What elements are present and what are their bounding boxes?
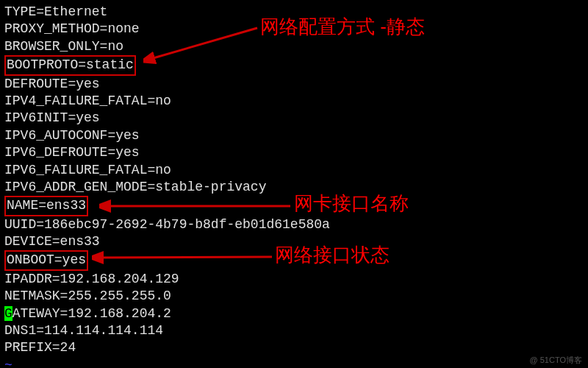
config-line-dns: DNS1=114.114.114.114 <box>4 322 584 339</box>
watermark: @ 51CTO博客 <box>530 355 582 365</box>
config-line-defroute: DEFROUTE=yes <box>4 76 584 93</box>
annotation-bootproto: 网络配置方式 -静态 <box>260 15 425 40</box>
config-line-ipv4fail: IPV4_FAILURE_FATAL=no <box>4 93 584 110</box>
config-line-ipv6fail: IPV6_FAILURE_FATAL=no <box>4 162 584 179</box>
config-line-ipv6auto: IPV6_AUTOCONF=yes <box>4 127 584 144</box>
config-line-ipv6defroute: IPV6_DEFROUTE=yes <box>4 144 584 161</box>
config-line-netmask: NETMASK=255.255.255.0 <box>4 288 584 305</box>
gateway-text: ATEWAY=192.168.204.2 <box>12 306 171 321</box>
onboot-highlighted: ONBOOT=yes <box>4 250 88 270</box>
annotation-name: 网卡接口名称 <box>294 191 409 216</box>
config-line-uuid: UUID=186ebc97-2692-4b79-b8df-eb01d61e580… <box>4 216 584 233</box>
arrow-to-bootproto <box>143 26 261 66</box>
arrow-to-name <box>99 195 294 217</box>
annotation-onboot: 网络接口状态 <box>275 243 390 268</box>
arrow-to-onboot <box>92 248 276 270</box>
name-highlighted: NAME=ens33 <box>4 196 88 216</box>
config-line-prefix: PREFIX=24 <box>4 339 584 356</box>
config-line-ipv6init: IPV6INIT=yes <box>4 110 584 127</box>
config-line-gateway: GATEWAY=192.168.204.2 <box>4 305 584 322</box>
vim-tilde: ~ <box>4 357 584 368</box>
bootproto-highlighted: BOOTPROTO=static <box>4 55 136 75</box>
cursor: G <box>4 306 12 321</box>
config-line-bootproto: BOOTPROTO=static <box>4 55 584 75</box>
config-line-browser: BROWSER_ONLY=no <box>4 38 584 55</box>
svg-line-0 <box>151 28 257 59</box>
config-line-ipaddr: IPADDR=192.168.204.129 <box>4 271 584 288</box>
svg-line-2 <box>99 257 272 258</box>
